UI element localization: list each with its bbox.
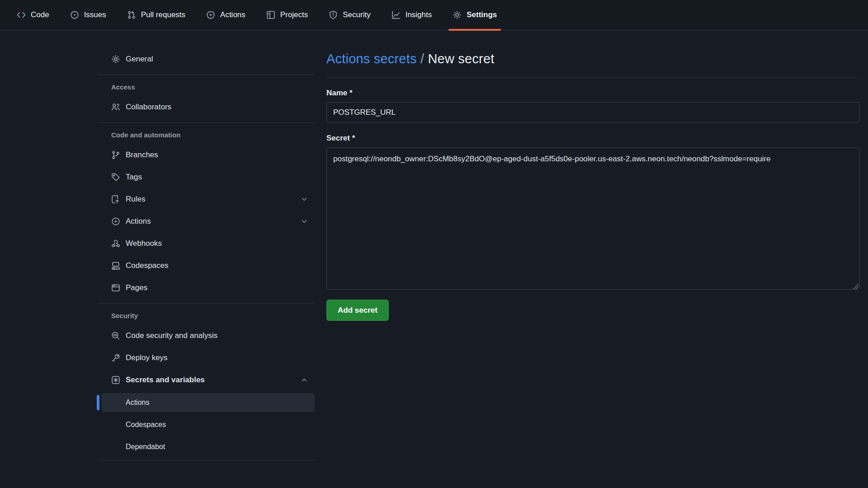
tab-pull-requests[interactable]: Pull requests (117, 0, 196, 30)
gear-icon (453, 10, 462, 19)
tab-label: Security (343, 10, 370, 19)
shield-icon (329, 10, 338, 19)
play-icon (111, 217, 120, 226)
name-field-label: Name * (326, 89, 860, 98)
tab-code[interactable]: Code (6, 0, 60, 30)
tab-label: Issues (84, 10, 106, 19)
secret-asterisk-icon (111, 375, 120, 385)
sidebar-section-security: Security (98, 312, 315, 319)
sidebar-item-tags[interactable]: Tags (98, 168, 315, 186)
sidebar-item-label: Branches (126, 150, 158, 160)
sidebar-item-label: Tags (126, 173, 142, 182)
repo-tab-bar: Code Issues Pull requests Actions Projec… (0, 0, 868, 30)
sidebar-item-branches[interactable]: Branches (98, 146, 315, 164)
tab-insights[interactable]: Insights (381, 0, 443, 30)
sidebar-item-rules[interactable]: Rules (98, 190, 315, 208)
tab-label: Settings (467, 10, 497, 19)
code-scan-icon (111, 331, 120, 340)
sidebar-section-access: Access (98, 83, 315, 91)
secret-name-input[interactable] (326, 102, 860, 123)
settings-sidebar: General Access Collaborators Code and au… (98, 30, 315, 460)
issue-icon (70, 10, 79, 19)
branch-icon (111, 150, 120, 160)
sidebar-item-secrets-variables[interactable]: Secrets and variables (98, 371, 315, 389)
sidebar-item-webhooks[interactable]: Webhooks (98, 235, 315, 253)
tab-label: Insights (406, 10, 432, 19)
tab-issues[interactable]: Issues (60, 0, 117, 30)
webhook-icon (111, 239, 120, 248)
sidebar-item-label: Code security and analysis (126, 331, 217, 340)
sidebar-item-label: Collaborators (126, 103, 171, 112)
chevron-down-icon (300, 195, 308, 203)
sidebar-item-label: Actions (126, 217, 151, 226)
pull-request-icon (127, 10, 136, 19)
sidebar-divider (98, 303, 315, 304)
graph-icon (392, 10, 401, 19)
breadcrumb-current: New secret (428, 52, 494, 66)
sidebar-item-collaborators[interactable]: Collaborators (98, 98, 315, 116)
sidebar-subitem-actions-secrets[interactable]: Actions (102, 393, 315, 412)
chevron-down-icon (300, 217, 308, 225)
people-icon (111, 103, 120, 112)
codespaces-icon (111, 261, 120, 270)
sidebar-item-deploy-keys[interactable]: Deploy keys (98, 349, 315, 367)
tab-projects[interactable]: Projects (256, 0, 318, 30)
sidebar-item-label: General (126, 55, 153, 64)
tab-security[interactable]: Security (318, 0, 381, 30)
key-icon (111, 353, 120, 362)
sidebar-item-actions[interactable]: Actions (98, 212, 315, 230)
sidebar-item-general[interactable]: General (98, 50, 315, 68)
sidebar-section-code-automation: Code and automation (98, 131, 315, 139)
play-icon (206, 10, 215, 19)
pages-icon (111, 283, 120, 292)
secret-field-label: Secret * (326, 134, 860, 143)
new-secret-panel: Actions secrets / New secret Name * Secr… (326, 30, 860, 460)
sidebar-item-label: Webhooks (126, 239, 162, 248)
tab-label: Pull requests (141, 10, 185, 19)
sidebar-item-pages[interactable]: Pages (98, 279, 315, 297)
actions-secrets-link[interactable]: Actions secrets (326, 52, 417, 66)
sidebar-item-label: Secrets and variables (126, 375, 205, 385)
sidebar-divider (98, 460, 315, 460)
sidebar-item-label: Deploy keys (126, 353, 168, 362)
sidebar-item-codespaces[interactable]: Codespaces (98, 257, 315, 275)
tab-label: Projects (280, 10, 308, 19)
tag-icon (111, 173, 120, 182)
sidebar-subitem-codespaces-secrets[interactable]: Codespaces (102, 415, 315, 434)
tab-actions[interactable]: Actions (196, 0, 256, 30)
sidebar-subitem-label: Actions (126, 399, 149, 407)
sidebar-subitem-label: Dependabot (126, 443, 165, 451)
tab-label: Code (31, 10, 49, 19)
code-icon (17, 10, 26, 19)
sidebar-divider (98, 75, 315, 75)
sidebar-item-code-security[interactable]: Code security and analysis (98, 327, 315, 345)
project-table-icon (266, 10, 275, 19)
sidebar-item-label: Codespaces (126, 261, 169, 270)
add-secret-button[interactable]: Add secret (326, 300, 389, 321)
sidebar-subitem-dependabot-secrets[interactable]: Dependabot (102, 437, 315, 456)
sidebar-item-label: Pages (126, 283, 147, 292)
sidebar-subitem-label: Codespaces (126, 421, 166, 429)
sidebar-item-label: Rules (126, 195, 145, 204)
chevron-up-icon (300, 376, 308, 384)
page-title: Actions secrets / New secret (326, 52, 860, 66)
secret-value-textarea[interactable]: postgresql://neondb_owner:DScMb8sy2BdO@e… (326, 147, 860, 290)
sidebar-divider (98, 122, 315, 123)
tab-label: Actions (220, 10, 245, 19)
breadcrumb-separator: / (417, 52, 428, 66)
gear-icon (111, 55, 120, 64)
rules-icon (111, 195, 120, 204)
tab-settings[interactable]: Settings (442, 0, 507, 30)
heading-divider (326, 77, 860, 78)
